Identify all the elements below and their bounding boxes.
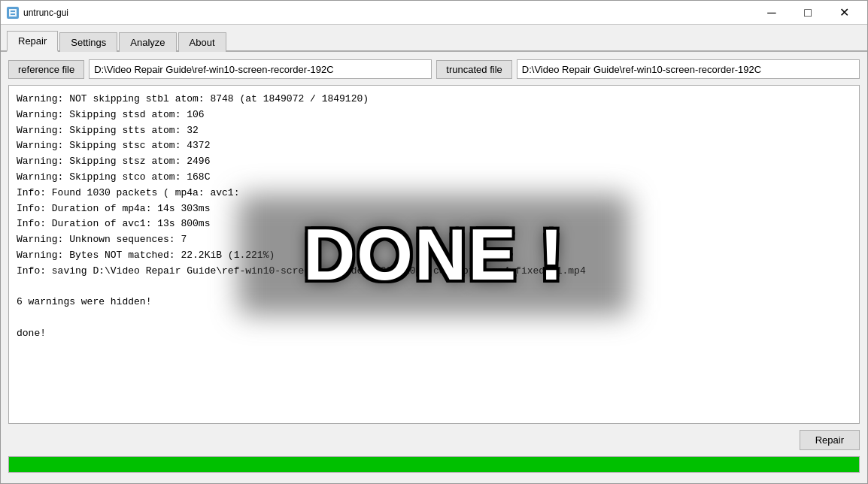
tab-settings[interactable]: Settings [59,32,117,52]
tab-about[interactable]: About [178,32,226,52]
blur-background [238,195,630,315]
maximize-button[interactable]: □ [791,2,825,24]
log-line: Warning: Skipping stsc atom: 4372 [17,138,851,154]
window-title: untrunc-gui [23,8,68,18]
truncated-file-input[interactable] [517,59,860,79]
bottom-row: Repair [8,430,860,450]
svg-rect-0 [9,9,17,17]
app-icon [7,7,19,19]
svg-rect-2 [11,14,15,15]
tab-repair[interactable]: Repair [7,31,58,52]
log-line: Warning: Skipping stts atom: 32 [17,123,851,139]
svg-rect-1 [11,11,15,12]
title-bar: untrunc-gui ─ □ ✕ [1,1,867,25]
log-line: done! [17,326,851,342]
main-content: reference file truncated file Warning: N… [1,52,867,483]
tab-analyze[interactable]: Analyze [119,32,176,52]
log-line: Warning: Skipping stsd atom: 106 [17,107,851,123]
log-line: Warning: NOT skipping stbl atom: 8748 (a… [17,92,851,107]
minimize-button[interactable]: ─ [754,2,789,24]
log-area: Warning: NOT skipping stbl atom: 8748 (a… [8,85,860,424]
title-bar-left: untrunc-gui [7,7,68,19]
reference-file-input[interactable] [89,59,432,79]
log-line: Warning: Skipping stco atom: 168C [17,170,851,186]
file-row: reference file truncated file [8,59,860,79]
tab-bar: Repair Settings Analyze About [1,25,867,52]
log-line: Warning: Skipping stsz atom: 2496 [17,154,851,170]
title-bar-controls: ─ □ ✕ [754,2,861,24]
progress-container [8,456,860,473]
truncated-file-button[interactable]: truncated file [436,60,511,79]
progress-bar [9,457,859,472]
repair-button[interactable]: Repair [800,430,860,450]
reference-file-button[interactable]: reference file [8,60,84,79]
main-window: untrunc-gui ─ □ ✕ Repair Settings Analyz… [0,0,868,484]
close-button[interactable]: ✕ [827,2,861,24]
